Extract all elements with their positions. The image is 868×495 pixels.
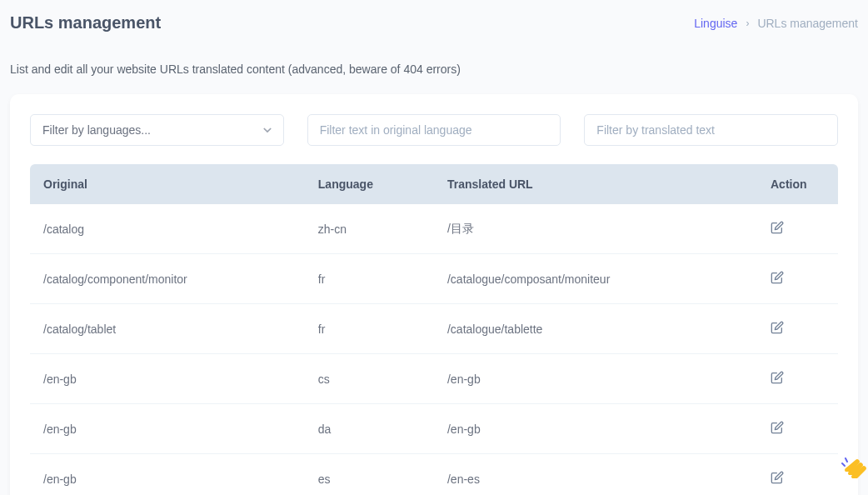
cell-action bbox=[757, 454, 838, 496]
cell-original: /en-gb bbox=[30, 404, 305, 454]
cell-translated: /catalogue/tablette bbox=[434, 304, 757, 354]
breadcrumb: Linguise › URLs management bbox=[694, 17, 858, 30]
edit-icon[interactable] bbox=[771, 221, 784, 234]
table-row: /catalog/tabletfr/catalogue/tablette bbox=[30, 304, 838, 354]
cell-original: /en-gb bbox=[30, 354, 305, 404]
cell-original: /en-gb bbox=[30, 454, 305, 496]
header-translated: Translated URL bbox=[434, 164, 757, 204]
filters-row: Filter by languages... Filter text in or… bbox=[10, 114, 858, 164]
cell-language: fr bbox=[305, 304, 434, 354]
urls-table: Original Language Translated URL Action … bbox=[30, 164, 838, 495]
edit-icon[interactable] bbox=[771, 421, 784, 434]
original-filter-placeholder: Filter text in original language bbox=[320, 123, 472, 137]
chevron-right-icon: › bbox=[746, 18, 749, 29]
page-description: List and edit all your website URLs tran… bbox=[0, 32, 868, 76]
breadcrumb-root-link[interactable]: Linguise bbox=[694, 17, 737, 30]
cell-action bbox=[757, 354, 838, 404]
edit-icon[interactable] bbox=[771, 471, 784, 484]
cell-translated: /en-gb bbox=[434, 354, 757, 404]
cell-translated: /目录 bbox=[434, 204, 757, 254]
cell-action bbox=[757, 204, 838, 254]
edit-icon[interactable] bbox=[771, 371, 784, 384]
table-row: /en-gbda/en-gb bbox=[30, 404, 838, 454]
cell-action bbox=[757, 304, 838, 354]
page-header: URLs management Linguise › URLs manageme… bbox=[0, 0, 868, 32]
translated-filter-placeholder: Filter by translated text bbox=[596, 123, 715, 137]
table-row: /en-gbes/en-es bbox=[30, 454, 838, 496]
original-text-filter[interactable]: Filter text in original language bbox=[307, 114, 561, 146]
cell-language: fr bbox=[305, 254, 434, 304]
cell-language: cs bbox=[305, 354, 434, 404]
header-action: Action bbox=[757, 164, 838, 204]
cell-action bbox=[757, 404, 838, 454]
table-row: /catalogzh-cn/目录 bbox=[30, 204, 838, 254]
cell-original: /catalog/tablet bbox=[30, 304, 305, 354]
cell-language: zh-cn bbox=[305, 204, 434, 254]
table-header: Original Language Translated URL Action bbox=[30, 164, 838, 204]
language-filter[interactable]: Filter by languages... bbox=[30, 114, 284, 146]
cell-language: da bbox=[305, 404, 434, 454]
header-original: Original bbox=[30, 164, 305, 204]
page: URLs management Linguise › URLs manageme… bbox=[0, 0, 868, 495]
chevron-down-icon bbox=[263, 126, 272, 134]
cell-original: /catalog bbox=[30, 204, 305, 254]
cell-original: /catalog/component/monitor bbox=[30, 254, 305, 304]
header-language: Language bbox=[305, 164, 434, 204]
cell-action bbox=[757, 254, 838, 304]
translated-text-filter[interactable]: Filter by translated text bbox=[584, 114, 838, 146]
cell-language: es bbox=[305, 454, 434, 496]
content-card: Filter by languages... Filter text in or… bbox=[10, 94, 858, 495]
table-row: /catalog/component/monitorfr/catalogue/c… bbox=[30, 254, 838, 304]
table-body: /catalogzh-cn/目录/catalog/component/monit… bbox=[30, 204, 838, 495]
cell-translated: /catalogue/composant/moniteur bbox=[434, 254, 757, 304]
edit-icon[interactable] bbox=[771, 271, 784, 284]
language-filter-label: Filter by languages... bbox=[42, 123, 151, 137]
table-row: /en-gbcs/en-gb bbox=[30, 354, 838, 404]
page-title: URLs management bbox=[10, 13, 161, 32]
edit-icon[interactable] bbox=[771, 321, 784, 334]
cell-translated: /en-es bbox=[434, 454, 757, 496]
cell-translated: /en-gb bbox=[434, 404, 757, 454]
breadcrumb-current: URLs management bbox=[757, 17, 858, 30]
